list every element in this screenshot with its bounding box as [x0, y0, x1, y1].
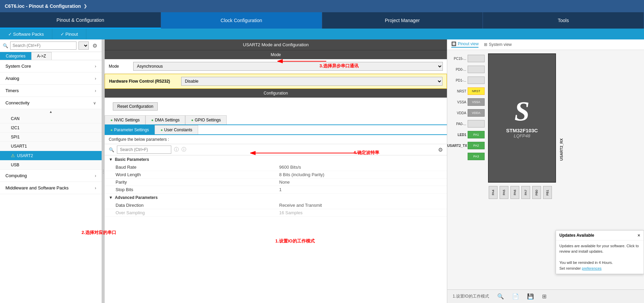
sidebar-sub-item-spi1[interactable]: SPI1 — [0, 133, 102, 142]
chevron-right-icon: › — [95, 76, 96, 81]
sidebar-search-input[interactable] — [10, 41, 76, 50]
main-tabs: Pinout & Configuration Clock Configurati… — [0, 12, 644, 29]
sidebar-item-connectivity[interactable]: Connectivity ∨ — [0, 97, 102, 109]
collapse-icon: ▼ — [109, 157, 113, 162]
sub-tab-pinout[interactable]: ✓ Pinout — [52, 29, 86, 39]
sub-tab-software-packs[interactable]: ✓ Software Packs — [0, 29, 52, 39]
document-bottom-icon[interactable]: 📄 — [512, 293, 519, 300]
center-content: USART2 Mode and Configuration Mode Mode … — [105, 39, 447, 303]
pin-box-bottom-pa6: PA6 — [510, 186, 519, 199]
v-divider[interactable] — [102, 39, 105, 303]
sidebar-item-middleware[interactable]: Middleware and Software Packs › — [0, 182, 102, 194]
search-bottom-icon[interactable]: 🔍 — [497, 293, 504, 300]
pin-box-bottom-pb1: PB1 — [543, 186, 552, 199]
right-panel: 🔲 Pinout view ⊞ System view PC15-... PD0… — [447, 39, 644, 303]
bottom-pin-pa7: PA7 — [521, 186, 531, 199]
pin-box-bottom-pa5: PA5 — [500, 186, 508, 199]
sidebar-item-system-core[interactable]: System Core › — [0, 60, 102, 72]
search-icon: 🔍 — [3, 43, 8, 48]
chevron-right-icon: › — [95, 64, 96, 69]
check-icon: ● — [160, 128, 163, 132]
updates-preferences-link[interactable]: preferences — [582, 266, 602, 270]
chip-icon: 🔲 — [451, 41, 456, 46]
tab-nvic-settings[interactable]: ● NVIC Settings — [105, 115, 145, 124]
pin-label-nrst: NRST — [447, 89, 468, 93]
pin-box-pc15 — [468, 55, 485, 62]
param-row-parity: Parity None — [105, 179, 447, 186]
sidebar-sub-item-usart2[interactable]: ⚠ USART2 — [0, 151, 102, 161]
pin-row-vssa: VSSA VSSA — [447, 97, 485, 107]
tab-tools[interactable]: Tools — [483, 12, 644, 29]
pin-label-pc15: PC15-... — [447, 57, 468, 61]
pin-signal-usart2-tx: USART2_TX — [447, 144, 468, 148]
config-tabs: ● NVIC Settings ● DMA Settings ● GPIO Se… — [105, 115, 447, 125]
tab-system-view[interactable]: ⊞ System view — [484, 41, 511, 48]
filter-tab-az[interactable]: A->Z — [31, 52, 52, 60]
filter-tab-categories[interactable]: Categories — [0, 52, 31, 60]
hw-flow-select[interactable]: Disable — [181, 77, 442, 86]
sub-tabs: ✓ Software Packs ✓ Pinout — [0, 29, 644, 39]
advanced-params-header[interactable]: ▼ Advanced Parameters — [105, 193, 447, 202]
sidebar-search-dropdown[interactable] — [79, 41, 89, 50]
tab-pinout[interactable]: Pinout & Configuration — [0, 12, 161, 29]
updates-text1: Updates are available for your software.… — [559, 243, 640, 254]
sidebar-sub-item-can[interactable]: CAN — [0, 114, 102, 123]
tab-user-constants[interactable]: ● User Constants — [155, 125, 198, 134]
tab-clock[interactable]: Clock Configuration — [161, 12, 322, 29]
sidebar-item-computing[interactable]: Computing › — [0, 170, 102, 182]
bottom-pin-pa4: PA4 — [488, 186, 498, 199]
app-body: 🔍 ⚙ Categories A->Z System Core › Analog… — [0, 39, 644, 303]
param-search-row: 🔍 ⓘ ⓘ ⚙ — [105, 144, 447, 155]
pin-row-pa3: PA3 — [447, 151, 485, 162]
pin-box-pa3: PA3 — [468, 153, 485, 160]
title-arrow: ❯ — [84, 4, 87, 9]
basic-params-header[interactable]: ▼ Basic Parameters — [105, 155, 447, 164]
chevron-down-icon: ∨ — [93, 101, 96, 105]
hw-flow-row: Hardware Flow Control (RS232) Disable — [105, 74, 447, 89]
updates-close-button[interactable]: × — [638, 233, 640, 238]
bottom-pin-pb1: PB1 — [542, 186, 553, 199]
tab-gpio-settings[interactable]: ● GPIO Settings — [185, 115, 226, 124]
grid-bottom-icon[interactable]: ⊞ — [542, 293, 546, 300]
param-search-input[interactable] — [117, 146, 171, 154]
pin-box-bottom-pa7: PA7 — [521, 186, 530, 199]
tab-dma-settings[interactable]: ● DMA Settings — [145, 115, 185, 124]
sidebar-item-analog[interactable]: Analog › — [0, 72, 102, 85]
pin-row-pc15: PC15-... — [447, 53, 485, 64]
sidebar-sub-item-i2c1[interactable]: I2C1 — [0, 123, 102, 133]
reset-configuration-button[interactable]: Reset Configuration — [113, 102, 158, 111]
view-tabs: 🔲 Pinout view ⊞ System view — [447, 39, 644, 50]
pin-label-vdda: VDDA — [447, 111, 468, 115]
check-icon: ● — [191, 118, 193, 122]
hw-flow-label: Hardware Flow Control (RS232) — [109, 79, 177, 84]
mode-select[interactable]: Asynchronous — [133, 62, 443, 71]
sidebar-sub-item-usart1[interactable]: USART1 — [0, 142, 102, 151]
tab-pinout-view[interactable]: 🔲 Pinout view — [451, 41, 478, 48]
tab-project[interactable]: Project Manager — [322, 12, 483, 29]
param-row-stop-bits: Stop Bits 1 — [105, 186, 447, 193]
updates-text3: Set reminder preferences — [559, 266, 640, 271]
pin-box-bottom-pb0: PB0 — [532, 186, 541, 199]
tab-parameter-settings[interactable]: ● Parameter Settings — [105, 125, 155, 134]
pin-box-nrst: NRST — [468, 87, 485, 95]
sidebar: 🔍 ⚙ Categories A->Z System Core › Analog… — [0, 39, 102, 303]
bottom-text: 1.设置IO的工作模式 — [453, 293, 489, 299]
bottom-pins-row: PA4 PA5 PA6 PA7 PB0 PB1 — [488, 186, 553, 199]
sidebar-search-row: 🔍 ⚙ — [0, 39, 102, 52]
gear-button[interactable]: ⚙ — [91, 41, 99, 50]
stm-logo: S — [515, 98, 530, 125]
updates-text2: You will be reminded in 4 Hours. — [559, 260, 640, 266]
param-row-data-direction: Data Direction Receive and Transmit — [105, 202, 447, 209]
sidebar-sub-item-usb[interactable]: USB — [0, 161, 102, 170]
chip-bottom-icon[interactable]: 💾 — [527, 293, 534, 300]
grid-icon: ⊞ — [484, 42, 487, 47]
sidebar-item-timers[interactable]: Timers › — [0, 85, 102, 97]
stm-chip-body: S STM32F103C LQFP48 — [488, 53, 556, 183]
sidebar-filter-tabs: Categories A->Z — [0, 52, 102, 60]
scroll-up-arrow[interactable]: ▲ — [0, 109, 102, 114]
settings-icon: ⚙ — [438, 147, 443, 153]
bottom-pin-pb0: PB0 — [532, 186, 542, 199]
pin-signal-led1: LED1 — [447, 133, 468, 137]
param-scroll-area: ▼ Basic Parameters Baud Rate 9600 Bits/s… — [105, 155, 447, 303]
collapse-icon: ▼ — [109, 195, 113, 200]
